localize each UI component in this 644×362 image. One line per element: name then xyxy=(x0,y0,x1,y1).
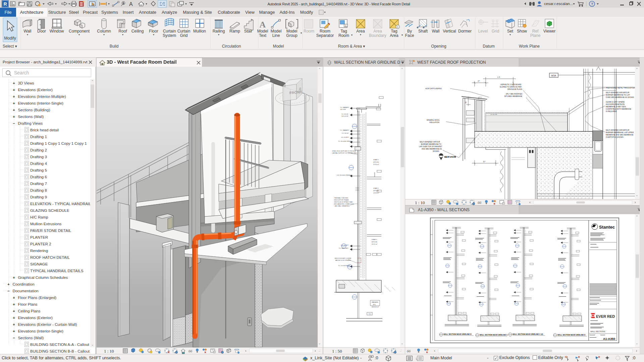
svg-text:± 4: ± 4 xyxy=(497,76,500,78)
svg-text:SELF-ADHERED AIR/VAPOUR: SELF-ADHERED AIR/VAPOUR xyxy=(606,92,630,94)
svg-text:MEMBRANE AND SBS MEMBRANE: MEMBRANE AND SBS MEMBRANE xyxy=(606,134,634,136)
svg-text:55: 55 xyxy=(465,101,467,103)
svg-text:BARRIER MEMBRANE TO: BARRIER MEMBRANE TO xyxy=(421,143,441,145)
svg-text:114'-97/8": 114'-97/8" xyxy=(340,109,346,110)
svg-text:ASPHALTIC CORE BOARD: ASPHALTIC CORE BOARD xyxy=(500,83,522,85)
svg-text:66: 66 xyxy=(189,349,193,353)
svg-text:22.55 m²: 22.55 m² xyxy=(373,192,379,194)
svg-text:Stantec: Stantec xyxy=(599,225,615,230)
svg-text:MEMBRANE, A WET SEAL: MEMBRANE, A WET SEAL xyxy=(606,106,626,108)
svg-text:W3A: W3A xyxy=(551,74,556,77)
svg-text:T.O. MASONRY: T.O. MASONRY xyxy=(339,247,348,249)
svg-text:EVER RED: EVER RED xyxy=(596,314,615,318)
svg-text:STEEL STUD SUPPLIER TO PROVIDE: STEEL STUD SUPPLIER TO PROVIDE xyxy=(332,150,356,152)
svg-text:OVERTOP AS SHOWN: OVERTOP AS SHOWN xyxy=(606,136,624,138)
svg-text:114'-04 5/8": 114'-04 5/8" xyxy=(341,115,349,117)
svg-text:AND SBS MEMBRANE AS: AND SBS MEMBRANE AS xyxy=(422,148,442,150)
svg-text:LATERAL SUPPORT OF CURTAIN WAL: LATERAL SUPPORT OF CURTAIN WALL xyxy=(332,152,357,154)
svg-text:STAIR 3: STAIR 3 xyxy=(373,159,379,161)
svg-text:WALL SECTIONS: WALL SECTIONS xyxy=(590,330,605,333)
svg-text:SLOPED TO DRAIN AS PER: SLOPED TO DRAIN AS PER xyxy=(500,86,522,88)
svg-text:THERMALLY BROKEN: THERMALLY BROKEN xyxy=(334,197,348,199)
svg-text:SELF-ADHERED VAPOUR: SELF-ADHERED VAPOUR xyxy=(420,141,440,143)
svg-text:T.O. ROOF: T.O. ROOF xyxy=(341,113,348,115)
svg-text:[P1]: [P1] xyxy=(373,304,375,305)
svg-text:SHOWN: SHOWN xyxy=(433,150,439,152)
svg-text:[ST3-05]: [ST3-05] xyxy=(373,161,379,163)
svg-text:A1-A350: A1-A350 xyxy=(603,337,615,341)
svg-text:TL1: TL1 xyxy=(369,313,371,315)
svg-text:T.O. ROUGH OPENING: T.O. ROUGH OPENING xyxy=(338,140,353,142)
svg-text:WALL SECTION NEAR GRIDLINE C (: WALL SECTION NEAR GRIDLINE C (2) xyxy=(513,333,543,335)
svg-text:B/W GASKETED CONNECTION: B/W GASKETED CONNECTION xyxy=(334,203,354,205)
svg-text:1S2MM Z-GIRT, WHERE: 1S2MM Z-GIRT, WHERE xyxy=(606,101,625,103)
svg-text:T.O. ROOF: T.O. ROOF xyxy=(342,132,349,134)
svg-text:PARKADE: PARKADE xyxy=(372,301,378,303)
svg-text:MINERAL WOOL: MINERAL WOOL xyxy=(427,119,440,121)
svg-text:T.O. PARAPET: T.O. PARAPET xyxy=(340,129,349,131)
svg-text:2PLY SBS MODIFIED: 2PLY SBS MODIFIED xyxy=(506,93,522,95)
svg-text:U.S. SOFFIT: U.S. SOFFIT xyxy=(341,136,349,138)
svg-text:PREFINISHED METAL THROUGH-WA: PREFINISHED METAL THROUGH-WA xyxy=(606,87,635,89)
svg-text:[ST3-04]: [ST3-04] xyxy=(373,190,379,191)
svg-text:ACM CAP FLASHING: ACM CAP FLASHING xyxy=(425,87,442,89)
svg-text:COMPATIBLE WITH MEMBRANE: COMPATIBLE WITH MEMBRANE xyxy=(606,108,632,110)
svg-text:22.55 m²: 22.55 m² xyxy=(373,164,379,165)
svg-text:IS REQUIRED: IS REQUIRED xyxy=(606,110,617,112)
svg-text:66: 66 xyxy=(407,349,411,353)
svg-text:BRICK SOLDIER COURSE: BRICK SOLDIER COURSE xyxy=(335,257,351,259)
svg-text:BARRIER MEMBRANE TO LAP: BARRIER MEMBRANE TO LAP xyxy=(606,94,630,96)
svg-text:[ST3-03]: [ST3-03] xyxy=(372,241,377,243)
svg-text:R: R xyxy=(3,1,7,7)
svg-text:ANCHORS PENETRATE: ANCHORS PENETRATE xyxy=(606,103,625,105)
svg-text:33 *: 33 * xyxy=(483,161,486,163)
svg-text:LAP OVER TOP OF PARAPET: LAP OVER TOP OF PARAPET xyxy=(419,145,442,147)
svg-text:WALL SECTION NEAR GRIDLINE E: WALL SECTION NEAR GRIDLINE E xyxy=(557,334,586,336)
svg-text:2% SLOPE: 2% SLOPE xyxy=(490,114,497,115)
svg-text:ELE 0' ± 4 A 45: ELE 0' ± 4 A 45 xyxy=(444,156,456,158)
svg-text:4026.42 m²: 4026.42 m² xyxy=(372,306,379,308)
svg-text:AND WALL SHEATHING: AND WALL SHEATHING xyxy=(335,205,350,207)
svg-text:BARRIER MEMBRANE, LAP UPPER: BARRIER MEMBRANE, LAP UPPER xyxy=(606,131,634,133)
svg-text:U.S. ROUGH OPENING: U.S. ROUGH OPENING xyxy=(337,174,351,176)
svg-text:INSULATION: INSULATION xyxy=(429,121,439,123)
svg-text:OVER SBS MEMBRANE AS SHOWN: OVER SBS MEMBRANE AS SHOWN xyxy=(606,96,634,98)
svg-text:3**: 3** xyxy=(478,80,480,82)
svg-text:STAIR 3: STAIR 3 xyxy=(372,239,377,240)
svg-text:HSS FILLED W SPRAY FOAM: HSS FILLED W SPRAY FOAM xyxy=(334,201,353,203)
svg-text:66: 66 xyxy=(478,200,482,204)
svg-text:22.57 m²: 22.57 m² xyxy=(372,243,377,245)
svg-text:SELF-ADHERED AIR/VAPOUR: SELF-ADHERED AIR/VAPOUR xyxy=(606,129,630,131)
svg-text:HSS SUPPORT FRAME: HSS SUPPORT FRAME xyxy=(334,199,349,201)
svg-text:WALL SECTION NEAR GRIDLINE D: WALL SECTION NEAR GRIDLINE D xyxy=(443,333,472,335)
svg-text:STAIR 3: STAIR 3 xyxy=(373,187,379,189)
svg-text:WALL SECTION NEAR GRIDLINE C: WALL SECTION NEAR GRIDLINE C xyxy=(480,334,508,336)
svg-text:BITUMEN MEMBRANE: BITUMEN MEMBRANE xyxy=(504,95,522,97)
svg-text:DRAINAGE PLANS: DRAINAGE PLANS xyxy=(507,88,523,90)
svg-text:T.O. PARAPET: T.O. PARAPET xyxy=(340,107,349,108)
